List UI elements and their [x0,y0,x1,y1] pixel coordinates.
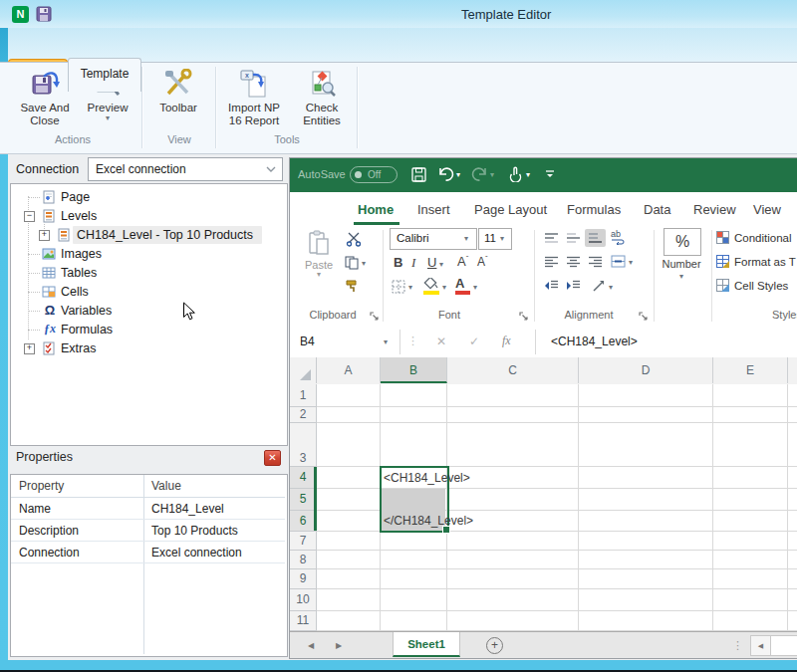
excel-tab-data[interactable]: Data [644,202,670,217]
fill-color-icon[interactable] [423,278,439,295]
column-header-b[interactable]: B [381,357,447,383]
confirm-entry-icon[interactable]: ✓ [469,335,479,348]
percent-style-button[interactable]: % [664,228,701,256]
excel-tab-formulas[interactable]: Formulas [567,202,621,217]
quick-save-icon[interactable] [36,6,52,22]
row-header-2[interactable]: 2 [290,407,317,423]
tree-item-extras[interactable]: + Extras [11,339,285,357]
tab-template[interactable]: Template [68,58,141,92]
row-header-9[interactable]: 9 [290,569,317,589]
row-header-5[interactable]: 5 [290,489,317,511]
sheet-nav-left-icon[interactable]: ◀ [308,641,314,650]
properties-close-button[interactable]: ✕ [264,450,281,466]
expand-icon[interactable]: + [24,343,35,354]
tree-item-cells[interactable]: Cells [11,283,285,301]
clipboard-dialog-launcher-icon[interactable] [370,312,379,321]
orientation-dropdown-icon[interactable]: ▾ [609,284,613,292]
conditional-formatting-button[interactable]: Conditional [734,232,792,244]
toolbar-button[interactable]: Toolbar [147,67,209,138]
touch-mode-icon[interactable] [507,166,523,182]
align-right-icon[interactable] [588,256,603,268]
cell-b6[interactable]: </CH184_Level> [384,514,473,528]
underline-button[interactable]: U [427,255,436,270]
align-center-icon[interactable] [566,256,581,268]
drag-handle-icon[interactable]: ⋮ [407,335,418,347]
font-name-select[interactable]: Calibri ▾ [390,228,477,250]
paste-button[interactable]: Paste ▾ [298,230,340,279]
fill-color-dropdown-icon[interactable]: ▾ [442,284,446,292]
name-box-dropdown-icon[interactable]: ▾ [384,338,388,346]
tree-item-images[interactable]: Images [11,245,285,263]
preview-dropdown-icon[interactable]: ▾ [80,114,135,122]
excel-tab-page-layout[interactable]: Page Layout [474,202,547,217]
sheet-nav-right-icon[interactable]: ▶ [336,641,342,650]
property-value-cell[interactable]: Top 10 Products [151,524,238,538]
font-size-select[interactable]: 11 ▾ [478,228,512,250]
grow-font-button[interactable]: Aˆ [457,254,468,269]
format-as-table-button[interactable]: Format as T [734,256,796,268]
connection-dropdown[interactable]: Excel connection [88,157,283,181]
bold-button[interactable]: B [394,255,402,270]
borders-dropdown-icon[interactable]: ▾ [408,284,412,292]
copy-icon[interactable] [345,256,359,270]
new-sheet-icon[interactable]: + [486,637,503,654]
font-color-dropdown-icon[interactable]: ▾ [473,284,477,292]
customize-qat-icon[interactable] [544,168,556,180]
undo-icon[interactable] [437,166,454,182]
check-entities-button[interactable]: CheckEntities [291,67,353,138]
row-header-7[interactable]: 7 [290,532,317,551]
tree-item-formulas[interactable]: ƒx Formulas [11,321,285,338]
excel-tab-home[interactable]: Home [358,202,394,217]
property-value-cell[interactable]: Excel connection [151,546,242,560]
redo-icon[interactable] [471,166,488,182]
column-header-c[interactable]: C [447,357,579,383]
merge-center-icon[interactable] [611,255,626,268]
name-box[interactable]: B4 ▾ [292,330,400,354]
copy-dropdown-icon[interactable]: ▾ [362,260,366,268]
column-header-e[interactable]: E [713,357,788,383]
import-np16-report-button[interactable]: x Import NP16 Report [221,67,287,138]
excel-tab-view[interactable]: View [753,202,781,217]
row-header-6[interactable]: 6 [290,511,317,532]
underline-dropdown-icon[interactable]: ▾ [439,261,443,269]
spreadsheet-grid[interactable]: 1 2 3 4 5 6 7 8 9 10 11 <CH184_Level> </… [290,384,797,631]
select-all-corner[interactable] [290,357,317,383]
row-header-1[interactable]: 1 [290,384,317,407]
column-header-a[interactable]: A [317,357,381,383]
insert-function-icon[interactable]: fx [502,334,511,348]
excel-tab-insert[interactable]: Insert [417,202,450,217]
merge-center-dropdown-icon[interactable]: ▾ [629,259,633,267]
row-header-3[interactable]: 3 [290,423,317,467]
save-and-close-button[interactable]: Save AndClose [14,67,76,138]
hscroll-left-icon[interactable]: ◀ [750,635,771,656]
undo-dropdown-icon[interactable]: ▾ [456,171,460,179]
format-painter-icon[interactable] [345,279,361,294]
row-header-11[interactable]: 11 [290,611,317,631]
sheet-tab-sheet1[interactable]: Sheet1 [393,632,460,657]
save-icon[interactable] [411,167,426,182]
align-top-icon[interactable] [544,232,559,244]
cell-b4[interactable]: <CH184_Level> [384,471,470,485]
increase-indent-icon[interactable] [566,280,581,292]
cell-styles-button[interactable]: Cell Styles [734,280,788,292]
cancel-entry-icon[interactable]: ✕ [436,335,446,348]
excel-tab-review[interactable]: Review [693,202,736,217]
align-left-icon[interactable] [544,256,559,268]
align-middle-icon[interactable] [566,232,581,244]
orientation-icon[interactable] [592,279,606,293]
property-value-cell[interactable]: CH184_Level [151,502,224,516]
column-header-d[interactable]: D [579,357,713,383]
formula-bar-content[interactable]: <CH184_Level> [551,335,638,348]
shrink-font-button[interactable]: Aˇ [477,254,488,269]
decrease-indent-icon[interactable] [544,280,559,292]
number-format-dropdown-icon[interactable]: ▾ [649,273,714,281]
tree-item-variables[interactable]: Ω Variables [11,302,285,320]
alignment-dialog-launcher-icon[interactable] [639,312,648,321]
align-bottom-button[interactable] [585,229,606,247]
italic-button[interactable]: I [411,255,415,271]
wrap-text-icon[interactable]: ab [611,229,625,245]
tree-item-page[interactable]: Page [11,188,285,206]
autosave-toggle[interactable]: Off [350,166,398,183]
row-header-8[interactable]: 8 [290,551,317,569]
cut-icon[interactable] [346,232,362,247]
